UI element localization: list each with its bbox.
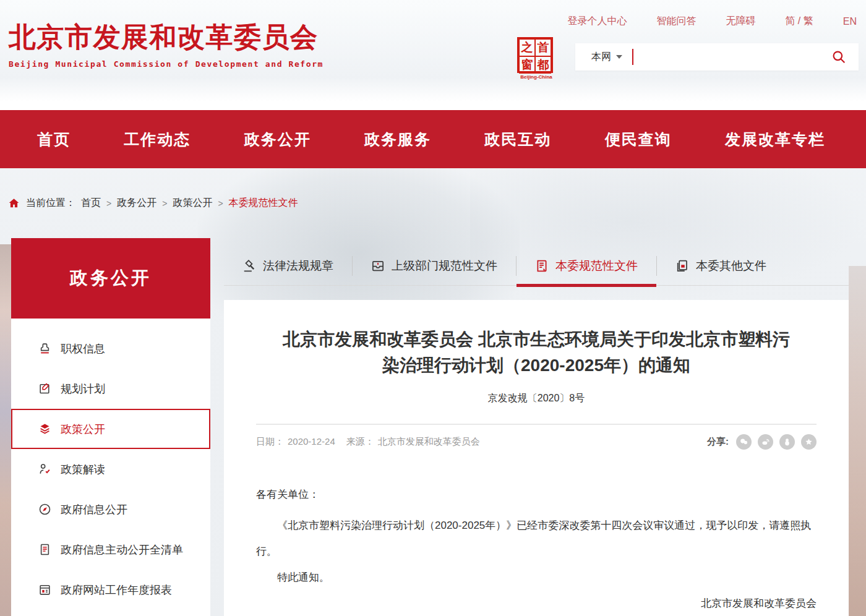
beijing-gov-seal-logo[interactable]: 之 首 窗 都 Beijing-China [517, 37, 555, 80]
search-bar: 本网 [575, 43, 859, 71]
report-icon [38, 583, 51, 596]
weibo-icon[interactable] [758, 434, 773, 450]
tab-committee-other-documents[interactable]: 本委其他文件 [657, 246, 785, 285]
sidebar-item-label: 政府信息公开 [61, 502, 127, 517]
main-content: 法律法规规章 上级部门规范性文件 本委规范性文件 本委其他文件 北京市发展和改革… [224, 246, 849, 616]
compass-icon [38, 503, 51, 516]
search-input[interactable] [633, 43, 831, 71]
sidebar-item-policy-disclosure[interactable]: 政策公开 [11, 409, 210, 449]
article-salutation: 各有关单位： [256, 482, 817, 508]
sidebar-menu: 职权信息 规划计划 政策公开 政策解读 政府信息公开 政府信息主动公开全清单 [11, 319, 210, 616]
search-icon[interactable] [831, 49, 846, 64]
utility-link-simplified-traditional[interactable]: 简 / 繁 [785, 15, 813, 28]
breadcrumb-policy[interactable]: 政策公开 [173, 197, 212, 210]
sidebar: 政务公开 职权信息 规划计划 政策公开 政策解读 政府信息公开 [11, 238, 210, 616]
breadcrumb-current: 本委规范性文件 [229, 197, 298, 210]
source-label: 来源： [346, 436, 374, 448]
article-signature: 北京市发展和改革委员会 [256, 591, 817, 616]
sidebar-item-proactive-disclosure-list[interactable]: 政府信息主动公开全清单 [11, 529, 210, 570]
tab-committee-normative-documents[interactable]: 本委规范性文件 [517, 246, 656, 285]
chevron-down-icon [616, 55, 622, 59]
tab-superior-normative-documents[interactable]: 上级部门规范性文件 [353, 246, 516, 285]
sidebar-item-authority-info[interactable]: 职权信息 [11, 328, 210, 369]
utility-nav: 登录个人中心 智能问答 无障碍 简 / 繁 EN [567, 15, 857, 28]
sidebar-item-planning[interactable]: 规划计划 [11, 369, 210, 409]
star-icon[interactable] [801, 434, 817, 450]
tab-label: 法律法规规章 [263, 258, 333, 274]
document-number: 京发改规〔2020〕8号 [256, 392, 817, 405]
plan-icon [38, 382, 51, 395]
stamp-icon [38, 342, 51, 355]
utility-link-login[interactable]: 登录个人中心 [567, 15, 627, 28]
tab-label: 上级部门规范性文件 [392, 258, 497, 274]
seal-char: 窗 [519, 56, 535, 74]
breadcrumb: 当前位置： 首页 > 政务公开 > 政策公开 > 本委规范性文件 [7, 197, 298, 210]
utility-link-accessibility[interactable]: 无障碍 [726, 15, 755, 28]
sidebar-item-label: 政策解读 [61, 462, 105, 477]
article-body: 各有关单位： 《北京市塑料污染治理行动计划（2020-2025年）》已经市委深改… [256, 482, 817, 616]
breadcrumb-home[interactable]: 首页 [81, 197, 101, 210]
inbox-icon [371, 259, 385, 273]
sidebar-item-website-annual-report[interactable]: 政府网站工作年度报表 [11, 570, 210, 610]
breadcrumb-prefix: 当前位置： [26, 197, 75, 210]
page: 北京市发展和改革委员会 Beijing Municipal Commission… [0, 0, 866, 616]
reader-icon [38, 463, 51, 476]
share-bar: 分享: [707, 434, 817, 450]
tab-label: 本委其他文件 [696, 258, 766, 274]
search-scope-dropdown[interactable]: 本网 [591, 51, 622, 64]
nav-item-reform-column[interactable]: 发展改革专栏 [725, 129, 825, 150]
sidebar-item-label: 规划计划 [61, 382, 105, 396]
doc-edit-icon [535, 259, 549, 273]
article-paragraph: 特此通知。 [256, 565, 817, 591]
gavel-icon [242, 259, 256, 273]
list-icon [38, 543, 51, 556]
sidebar-item-label: 政府信息主动公开全清单 [61, 542, 183, 557]
doc-copy-icon [675, 259, 689, 273]
sidebar-item-policy-interpretation[interactable]: 政策解读 [11, 449, 210, 489]
breadcrumb-separator: > [162, 199, 167, 208]
tab-laws-regulations[interactable]: 法律法规规章 [224, 246, 352, 285]
site-logo[interactable]: 北京市发展和改革委员会 Beijing Municipal Commission… [9, 22, 324, 69]
sidebar-item-label: 政府网站工作年度报表 [61, 583, 172, 597]
article-source: 北京市发展和改革委员会 [378, 436, 480, 448]
site-header: 北京市发展和改革委员会 Beijing Municipal Commission… [0, 0, 866, 110]
seal-icon: 之 首 窗 都 [517, 37, 553, 73]
watermark-right-photo-strip [849, 266, 866, 616]
breadcrumb-separator: > [218, 199, 223, 208]
breadcrumb-gov-affairs[interactable]: 政务公开 [117, 197, 156, 210]
nav-item-home[interactable]: 首页 [37, 129, 71, 150]
nav-item-gov-services[interactable]: 政务服务 [364, 129, 431, 150]
article-card: 北京市发展和改革委员会 北京市生态环境局关于印发北京市塑料污染治理行动计划（20… [224, 300, 849, 616]
article-date: 2020-12-24 [288, 436, 335, 448]
document-tabs: 法律法规规章 上级部门规范性文件 本委规范性文件 本委其他文件 [224, 246, 849, 286]
home-icon [7, 197, 20, 210]
main-nav: 首页 工作动态 政务公开 政务服务 政民互动 便民查询 发展改革专栏 [0, 110, 866, 168]
layers-icon [38, 422, 51, 435]
watermark-left-photo-strip [0, 244, 11, 616]
seal-char: 首 [535, 39, 551, 56]
qq-icon[interactable] [779, 434, 795, 450]
article-title: 北京市发展和改革委员会 北京市生态环境局关于印发北京市塑料污染治理行动计划（20… [277, 327, 796, 379]
seal-caption: Beijing-China [517, 74, 555, 80]
utility-link-qa[interactable]: 智能问答 [656, 15, 696, 28]
seal-char: 之 [519, 39, 535, 56]
article-meta-left: 日期： 2020-12-24 来源： 北京市发展和改革委员会 [256, 436, 480, 448]
article-paragraph: 《北京市塑料污染治理行动计划（2020-2025年）》已经市委深改委第十四次会议… [256, 513, 817, 565]
nav-item-interaction[interactable]: 政民互动 [484, 129, 551, 150]
sidebar-item-decision-list[interactable]: 决策目录 [11, 610, 210, 616]
nav-item-inquiry[interactable]: 便民查询 [605, 129, 672, 150]
tab-label: 本委规范性文件 [555, 258, 638, 274]
breadcrumb-separator: > [106, 199, 111, 208]
sidebar-title: 政务公开 [11, 238, 210, 319]
sidebar-item-gov-info-disclosure[interactable]: 政府信息公开 [11, 489, 210, 529]
wechat-icon[interactable] [736, 434, 752, 450]
seal-char: 都 [535, 56, 551, 74]
date-label: 日期： [256, 436, 284, 448]
nav-item-gov-affairs[interactable]: 政务公开 [244, 129, 311, 150]
utility-link-english[interactable]: EN [843, 16, 857, 27]
site-title: 北京市发展和改革委员会 [9, 22, 324, 52]
nav-item-work-news[interactable]: 工作动态 [124, 129, 191, 150]
sidebar-item-label: 政策公开 [61, 422, 105, 437]
share-label: 分享: [707, 436, 729, 448]
sidebar-item-label: 职权信息 [61, 341, 105, 356]
